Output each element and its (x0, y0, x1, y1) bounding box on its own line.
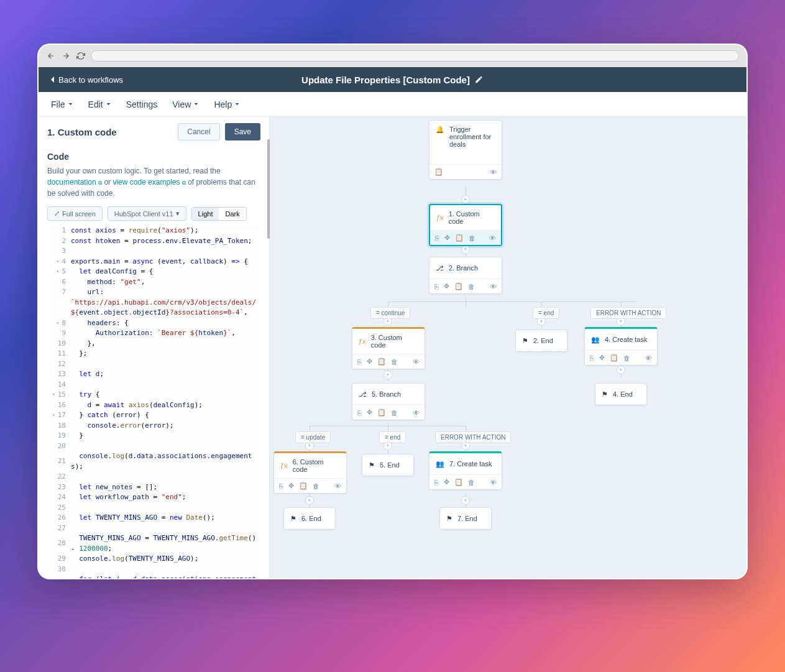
eye-icon[interactable]: 👁 (489, 234, 496, 242)
trash-icon[interactable]: 🗑 (469, 234, 475, 242)
add-step-icon[interactable]: + (461, 245, 470, 254)
node-create-task-7[interactable]: 👥7. Create task ⎘✥📋🗑👁 (429, 451, 502, 490)
docs-link[interactable]: documentation ⧉ (47, 178, 102, 186)
examples-link[interactable]: view code examples ⧉ (112, 178, 185, 186)
node-label: 6. End (301, 515, 321, 522)
node-custom-code-6[interactable]: ƒx6. Custom code ⎘✥📋🗑👁 (273, 451, 347, 494)
theme-light[interactable]: Light (192, 208, 219, 220)
add-step-icon[interactable]: + (461, 496, 470, 505)
menu-file[interactable]: File (51, 99, 73, 109)
back-to-workflows-link[interactable]: Back to workflows (50, 75, 123, 85)
flag-icon: ⚑ (446, 515, 452, 523)
node-end-4[interactable]: ⚑4. End (595, 383, 647, 405)
node-end-7[interactable]: ⚑7. End (439, 507, 492, 530)
add-step-icon[interactable]: + (461, 195, 470, 204)
eye-icon[interactable]: 👁 (490, 283, 497, 290)
eye-icon[interactable]: 👁 (490, 168, 497, 176)
menu-view[interactable]: View (172, 99, 199, 109)
eye-icon[interactable]: 👁 (413, 358, 420, 366)
code-description: Build your own custom logic. To get star… (47, 165, 260, 199)
fullscreen-button[interactable]: ⤢Full screen (47, 206, 103, 221)
trash-icon[interactable]: 🗑 (468, 283, 475, 290)
code-icon: ƒx (359, 338, 366, 345)
eye-icon[interactable]: 👁 (645, 354, 652, 362)
save-button[interactable]: Save (225, 123, 260, 140)
branch-end[interactable]: = end (533, 307, 559, 319)
branch-end[interactable]: = end (379, 431, 406, 443)
expand-icon: ⤢ (54, 209, 60, 218)
copy-icon[interactable]: ⎘ (434, 479, 439, 486)
app-header: Back to workflows Update File Properties… (39, 67, 746, 92)
add-step-icon[interactable]: + (383, 371, 392, 379)
node-trigger[interactable]: 🔔Trigger enrollment for deals 📋👁 (429, 120, 502, 180)
trash-icon[interactable]: 🗑 (623, 354, 630, 362)
clipboard-icon[interactable]: 📋 (377, 357, 386, 366)
clipboard-icon[interactable]: 📋 (454, 478, 463, 486)
node-custom-code-1[interactable]: ƒx1. Custom code ⎘✥📋🗑👁 (429, 204, 502, 246)
pencil-icon[interactable] (475, 75, 484, 84)
code-editor[interactable]: 1const axios = require("axios");2const h… (47, 226, 260, 578)
menu-help[interactable]: Help (214, 99, 240, 109)
chevron-left-icon (50, 76, 55, 83)
node-end-6[interactable]: ⚑6. End (283, 507, 336, 530)
clipboard-icon[interactable]: 📋 (610, 354, 618, 362)
move-icon[interactable]: ✥ (367, 408, 372, 417)
clipboard-icon[interactable]: 📋 (377, 408, 386, 417)
forward-arrow[interactable] (61, 51, 71, 61)
node-end-5[interactable]: ⚑5. End (362, 454, 414, 476)
panel-title: 1. Custom code (47, 127, 117, 137)
flag-icon: ⚑ (602, 390, 608, 398)
editor-toolbar: ⤢Full screen HubSpot Client v11 ▾ Light … (47, 206, 260, 221)
node-label: 7. End (457, 515, 477, 522)
theme-dark[interactable]: Dark (219, 208, 246, 220)
node-end-2[interactable]: ⚑2. End (515, 329, 567, 352)
branch-error[interactable]: ERROR WITH ACTION (435, 431, 511, 443)
trigger-icon: 🔔 (436, 126, 444, 134)
cancel-button[interactable]: Cancel (178, 123, 219, 140)
node-label: 6. Custom code (293, 458, 340, 473)
trash-icon[interactable]: 🗑 (313, 482, 319, 490)
url-bar[interactable] (91, 50, 739, 62)
add-step-icon[interactable]: + (305, 496, 314, 505)
move-icon[interactable]: ✥ (367, 357, 372, 366)
add-step-icon[interactable]: + (617, 366, 625, 374)
node-label: Trigger enrollment for deals (449, 126, 495, 148)
clipboard-icon[interactable]: 📋 (454, 282, 463, 290)
menu-edit[interactable]: Edit (88, 99, 111, 109)
eye-icon[interactable]: 👁 (334, 482, 341, 490)
theme-toggle[interactable]: Light Dark (191, 207, 247, 221)
node-create-task-4[interactable]: 👥4. Create task ⎘✥📋🗑👁 (584, 327, 658, 366)
client-select[interactable]: HubSpot Client v11 ▾ (108, 206, 186, 221)
move-icon[interactable]: ✥ (444, 234, 450, 242)
copy-icon[interactable]: ⎘ (279, 482, 283, 490)
copy-icon[interactable]: ⎘ (357, 409, 362, 417)
copy-icon[interactable]: ⎘ (435, 234, 439, 242)
node-branch-2[interactable]: ⎇2. Branch ⎘✥📋🗑👁 (429, 257, 502, 294)
copy-icon[interactable]: ⎘ (357, 358, 362, 366)
trash-icon[interactable]: 🗑 (468, 479, 475, 486)
node-custom-code-3[interactable]: ƒx3. Custom code ⎘✥📋🗑👁 (352, 327, 425, 369)
menu-settings[interactable]: Settings (126, 99, 158, 109)
refresh-icon[interactable] (76, 51, 86, 61)
clipboard-icon[interactable]: 📋 (434, 168, 443, 176)
move-icon[interactable]: ✥ (288, 482, 294, 490)
back-arrow[interactable] (46, 51, 56, 61)
code-icon: ƒx (280, 462, 288, 469)
branch-error[interactable]: ERROR WITH ACTION (590, 307, 666, 319)
clipboard-icon[interactable]: 📋 (299, 482, 308, 490)
branch-update[interactable]: = update (295, 431, 331, 443)
branch-continue[interactable]: = continue (370, 307, 410, 319)
trash-icon[interactable]: 🗑 (391, 358, 398, 366)
menu-bar: File Edit Settings View Help (39, 92, 746, 117)
move-icon[interactable]: ✥ (444, 478, 449, 486)
move-icon[interactable]: ✥ (599, 354, 605, 362)
copy-icon[interactable]: ⎘ (434, 283, 439, 290)
eye-icon[interactable]: 👁 (490, 479, 497, 486)
move-icon[interactable]: ✥ (444, 282, 449, 290)
node-branch-5[interactable]: ⎇5. Branch ⎘✥📋🗑👁 (352, 383, 425, 420)
workflow-canvas[interactable]: + + + + + + + + + (270, 117, 746, 578)
trash-icon[interactable]: 🗑 (391, 409, 398, 417)
clipboard-icon[interactable]: 📋 (455, 234, 464, 242)
eye-icon[interactable]: 👁 (413, 409, 420, 417)
copy-icon[interactable]: ⎘ (590, 354, 594, 362)
